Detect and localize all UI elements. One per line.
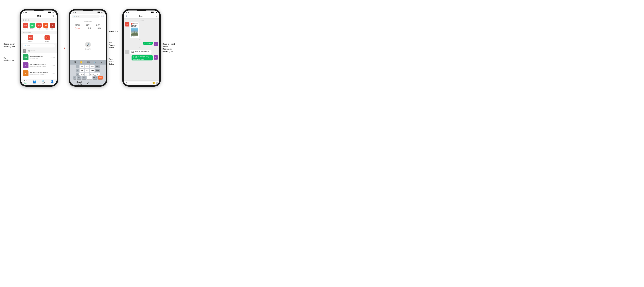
- huahan-name: 华翰堂微拍1群——今晚19...: [30, 63, 50, 65]
- wechat-nav-icon: 💬: [24, 80, 27, 83]
- key-num1[interactable]: 1: [73, 76, 76, 79]
- status-icons-2: ▋▋▋ ▲ ▮: [98, 12, 103, 13]
- search-toolbar-icon[interactable]: 🔍: [94, 61, 96, 64]
- msg-bubble-fun: It's a fun place: [143, 42, 153, 45]
- emoji-toolbar-icon[interactable]: 😊: [80, 61, 82, 64]
- key-zhongying[interactable]: 中/英: [93, 76, 98, 79]
- mint-time: 上午8:30: [50, 56, 55, 58]
- nav-contacts[interactable]: 👥 通讯录: [30, 80, 39, 84]
- mint-avatar: 薄荷: [23, 54, 28, 60]
- wechat-title: 微信: [37, 14, 41, 17]
- wechat-header: 微信 ⊕: [21, 14, 56, 18]
- status-icons-3: ▋▋▋ ▲ ▮: [151, 12, 157, 13]
- chat-messages: 下午6:54 也行 也行出行 也行出行: [124, 18, 159, 80]
- key-def[interactable]: DEF: [90, 65, 94, 68]
- key-pqrs[interactable]: PQRS: [80, 72, 84, 76]
- chat-item-xilou[interactable]: 喜 喜楼酒馆——卖票卖酒卖情怀 [474条]...不合适来走去的左上 下午7:3…: [21, 69, 56, 77]
- divider-wente: W 邻遭WENTE: [21, 48, 56, 53]
- time-654: 下午6:54: [125, 19, 158, 21]
- key-abc[interactable]: ABC: [85, 65, 89, 68]
- mic-icon[interactable]: 🎤: [86, 81, 90, 84]
- mini-prog-one[interactable]: ONE ONLEA...: [30, 22, 35, 30]
- mini-program-btn-label: Mini Program Button: [108, 42, 122, 49]
- key-jkl[interactable]: JKL: [85, 69, 89, 72]
- audio-button[interactable]: 🎙: [125, 82, 127, 84]
- huahan-preview: [391条] 组区微拍主持人: No.3: [30, 65, 50, 67]
- recent-programs-row: 也行 也行出行 ONE ONLEA... YH永 YH永拜...: [21, 22, 56, 31]
- cat-official[interactable]: 公众号: [96, 24, 101, 26]
- key-enter[interactable]: 回输: [95, 69, 100, 72]
- key-search[interactable]: 搜索: [98, 76, 103, 79]
- nav-discover[interactable]: 🔍 发现: [39, 80, 48, 84]
- voice-button[interactable]: 🎤: [85, 42, 91, 47]
- mini-prog-mi[interactable]: mi 小米商城: [43, 22, 48, 30]
- time-3: 8:06: [126, 11, 130, 13]
- cat-emoji[interactable]: 表情: [98, 27, 101, 30]
- mini-program-card[interactable]: 也行出行 也行出行: [130, 22, 139, 38]
- key-123[interactable]: 123: [82, 76, 86, 79]
- key-mno[interactable]: MNO: [90, 69, 94, 72]
- keyboard-icon[interactable]: ⌨: [87, 61, 90, 64]
- search-input[interactable]: 🔍 搜索: [72, 15, 100, 18]
- add-button[interactable]: ⊕: [52, 14, 54, 17]
- plus-chat-button[interactable]: ⊕: [156, 81, 158, 84]
- phone2-frame: 6:05 ▋▋▋ ▲ ▮ 🔍 搜索 取消: [69, 9, 107, 87]
- mountain-svg: [131, 31, 138, 35]
- wente-icon: W: [23, 49, 26, 53]
- nav-me[interactable]: 👤 我: [48, 80, 56, 84]
- chat-item-mint[interactable]: 薄荷 薄荷阅读MintReading 学习计划已搭建 上午8:30: [21, 53, 56, 61]
- key-fu[interactable]: 符: [77, 76, 81, 79]
- cat-article[interactable]: 文章: [86, 24, 90, 26]
- wifi-icon: ▲: [52, 12, 53, 13]
- back-arrow-icon: ‹: [126, 15, 126, 17]
- mi-label: 小米商城: [44, 28, 48, 30]
- notch3: [136, 9, 147, 11]
- categories-row-1: 朋友圈 文章 公众号: [72, 24, 104, 26]
- contacts-nav-icon: 👥: [33, 80, 36, 83]
- cat-friends[interactable]: 朋友圈: [75, 24, 80, 26]
- search-box-label: Search Box: [108, 30, 122, 33]
- signal-icon-3: ▋▋▋: [151, 12, 154, 13]
- cancel-button[interactable]: 取消: [101, 15, 104, 17]
- my-prog-gift[interactable]: 🎁 摇滚和手: [40, 35, 55, 42]
- cat-music[interactable]: 音乐: [88, 27, 91, 30]
- phone1-screen: 6:05 ▋▋▋ ▲ ▮ 微信 ⊕ 最近使用>: [21, 10, 56, 85]
- key-zero[interactable]: 0: [95, 72, 100, 76]
- mini-prog-yh[interactable]: YH永 YH永拜...: [36, 22, 42, 30]
- nav-wechat[interactable]: 💬 微信: [21, 80, 30, 84]
- key-question[interactable]: ?: [76, 72, 79, 76]
- key-backspace[interactable]: ⌫: [95, 65, 100, 68]
- mi-icon: mi: [43, 22, 48, 28]
- expand-icon[interactable]: ∨: [100, 61, 102, 64]
- key-wxyz[interactable]: WXYZ: [90, 72, 95, 76]
- key-dot[interactable]: .: [76, 69, 79, 72]
- search-placeholder-1: 搜索: [27, 45, 30, 47]
- mini-prog-yeye[interactable]: 也行 也行出行: [23, 22, 28, 30]
- my-prog-yeye[interactable]: 也行 也行出行: [23, 35, 38, 42]
- my-yeye-icon: 也行: [28, 35, 33, 40]
- chat-item-huahan[interactable]: 拍 华翰堂微拍1群——今晚19... [391条] 组区微拍主持人: No.3 …: [21, 61, 56, 69]
- search-interface-label: Search Interface: [76, 81, 84, 85]
- mini-program-search-btn[interactable]: 小程序: [75, 27, 81, 30]
- my-label: 我的小程序>: [21, 31, 56, 34]
- emoji-button[interactable]: 😊: [152, 82, 155, 84]
- key-ghi[interactable]: GHI: [80, 69, 84, 72]
- search-bar-1[interactable]: 🔍 搜索: [23, 44, 55, 47]
- key-atdot[interactable]: @/.: [80, 65, 84, 68]
- sticker-icon[interactable]: 🖼: [74, 61, 76, 64]
- mint-preview: 学习计划已搭建: [30, 57, 50, 59]
- my-mini-label: My Mini Program: [4, 57, 20, 62]
- phone3: 8:06 ▋▋▋ ▲ ▮ ‹ 1 Lucy: [122, 9, 161, 87]
- cat-label: 猫眼...: [51, 28, 54, 30]
- phone3-screen: 8:06 ▋▋▋ ▲ ▮ ‹ 1 Lucy: [124, 10, 159, 85]
- yh-label: YH永拜...: [37, 28, 41, 30]
- back-count: 1: [126, 15, 127, 17]
- back-button[interactable]: ‹ 1: [126, 15, 127, 17]
- mini-prog-cat[interactable]: 猫 猫眼...: [50, 22, 55, 30]
- signal-icon-2: ▋▋▋: [98, 12, 100, 13]
- more-button[interactable]: ...: [156, 15, 158, 17]
- key-underscore[interactable]: _: [87, 76, 92, 79]
- chat-input[interactable]: [128, 82, 152, 83]
- key-tuv[interactable]: TUV: [85, 72, 89, 76]
- key-comma[interactable]: ,: [76, 65, 79, 68]
